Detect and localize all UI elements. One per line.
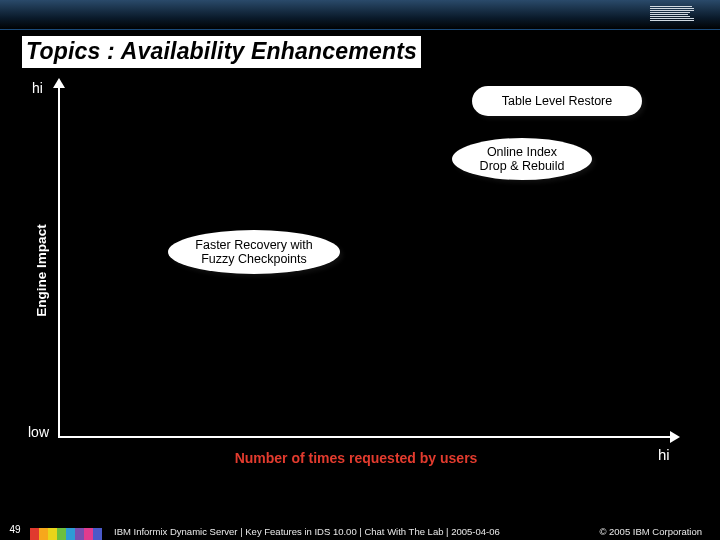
top-bar-divider xyxy=(0,29,720,30)
color-stripes-icon xyxy=(30,528,102,540)
bubble-label: Faster Recovery with xyxy=(195,238,312,252)
ibm-logo-icon xyxy=(650,6,694,21)
bubble-online-index: Online Index Drop & Rebuild xyxy=(452,138,592,180)
y-axis-label: Engine Impact xyxy=(34,224,49,316)
y-axis-low-label: low xyxy=(28,424,49,440)
x-axis-line xyxy=(58,436,672,438)
bubble-label: Fuzzy Checkpoints xyxy=(195,252,312,266)
bubble-label: Table Level Restore xyxy=(502,94,612,108)
y-axis-label-wrap: Engine Impact xyxy=(34,210,48,330)
top-bar xyxy=(0,0,720,30)
footer-right-text: © 2005 IBM Corporation xyxy=(599,526,702,537)
y-axis-line xyxy=(58,86,60,438)
footer-left-text: IBM Informix Dynamic Server | Key Featur… xyxy=(114,526,500,537)
y-axis-arrow-icon xyxy=(53,78,65,88)
page-number: 49 xyxy=(0,518,30,540)
y-axis-high-label: hi xyxy=(32,80,43,96)
bubble-table-level-restore: Table Level Restore xyxy=(472,86,642,116)
quadrant-chart: hi low hi Engine Impact Number of times … xyxy=(32,80,680,460)
slide: Topics : Availability Enhancements hi lo… xyxy=(0,0,720,540)
x-axis-label: Number of times requested by users xyxy=(32,450,680,466)
x-axis-arrow-icon xyxy=(670,431,680,443)
slide-title: Topics : Availability Enhancements xyxy=(22,36,421,68)
bubble-label: Online Index xyxy=(480,145,565,159)
bubble-faster-recovery: Faster Recovery with Fuzzy Checkpoints xyxy=(168,230,340,274)
footer: 49 IBM Informix Dynamic Server | Key Fea… xyxy=(0,518,720,540)
bubble-label: Drop & Rebuild xyxy=(480,159,565,173)
